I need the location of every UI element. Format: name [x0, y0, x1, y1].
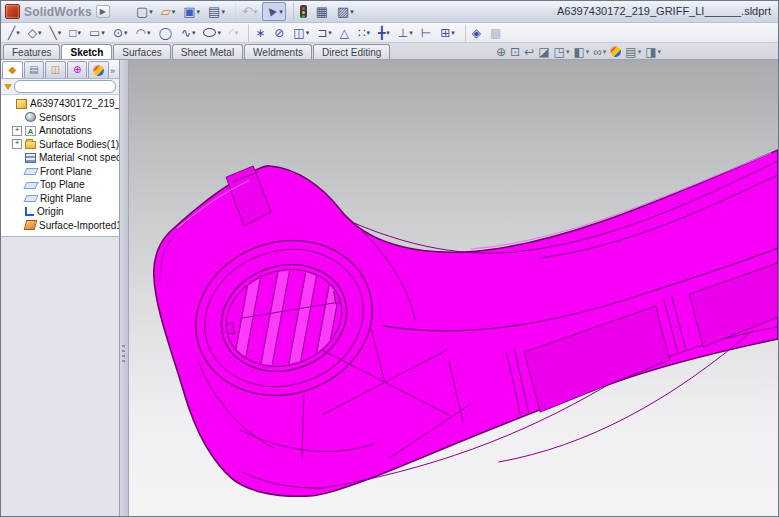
dropdown-caret-icon[interactable]: ▾	[451, 29, 455, 36]
corner-rectangle-button[interactable]: □ ▾	[66, 24, 84, 42]
line-button[interactable]: ╲ ▾	[47, 24, 65, 42]
view-orientation-button[interactable]: ◳ ▾	[553, 44, 571, 59]
dropdown-caret-icon[interactable]: ▾	[217, 29, 221, 36]
tab-sheet-metal[interactable]: Sheet Metal	[172, 44, 243, 59]
offset-entities-button[interactable]: ⊐ ▾	[314, 24, 335, 42]
tree-item-surface-bodies[interactable]: + Surface Bodies(1)	[3, 138, 119, 152]
perimeter-circle-button[interactable]: ◯	[155, 24, 175, 42]
dropdown-caret-icon[interactable]: ▾	[16, 29, 20, 36]
dropdown-caret-icon[interactable]: ▾	[603, 48, 607, 56]
tab-sketch[interactable]: Sketch	[61, 44, 112, 59]
trim-entities-button[interactable]: ⊘	[271, 24, 288, 42]
dropdown-caret-icon[interactable]: ▾	[409, 29, 413, 36]
new-document-button[interactable]: ▢ ▾	[133, 2, 156, 21]
dropdown-caret-icon[interactable]: ▾	[192, 29, 196, 36]
spline-button[interactable]: ∿ ▾	[178, 24, 199, 42]
dropdown-caret-icon[interactable]: ▾	[350, 8, 354, 15]
select-button[interactable]: ▲ ▾	[262, 2, 285, 21]
dropdown-caret-icon[interactable]: ▾	[658, 48, 662, 56]
view-settings-button[interactable]: ◨ ▾	[644, 44, 662, 59]
tab-direct-editing[interactable]: Direct Editing	[313, 44, 390, 59]
tree-item-material[interactable]: Material <not specified>	[3, 151, 119, 165]
tab-surfaces[interactable]: Surfaces	[113, 44, 170, 59]
dropdown-caret-icon[interactable]: ▾	[254, 8, 258, 15]
displaymanager-tab[interactable]	[88, 61, 109, 78]
dropdown-caret-icon[interactable]: ▾	[58, 29, 62, 36]
mirror-entities-button[interactable]: △	[337, 24, 353, 42]
configurationmanager-tab[interactable]: ◫	[45, 61, 66, 78]
propertymanager-tab[interactable]: ▤	[24, 61, 45, 78]
display-style-button[interactable]: ◧ ▾	[572, 44, 590, 59]
menu-expand-button[interactable]: ▶	[96, 5, 110, 18]
point-button[interactable]: ∗	[248, 24, 269, 42]
dropdown-caret-icon[interactable]: ▾	[328, 29, 332, 36]
dropdown-caret-icon[interactable]: ▾	[38, 29, 42, 36]
part-model[interactable]	[154, 150, 778, 496]
tree-item-origin[interactable]: Origin	[3, 205, 119, 219]
straight-slot-button[interactable]: ▭ ▾	[86, 24, 108, 42]
dropdown-caret-icon[interactable]: ▾	[235, 29, 239, 36]
dropdown-caret-icon[interactable]: ▾	[147, 29, 151, 36]
tab-features[interactable]: Features	[3, 44, 60, 59]
convert-entities-button[interactable]: ◫ ▾	[290, 24, 312, 42]
panel-tabs-overflow-button[interactable]: »	[110, 66, 118, 78]
dimxpertmanager-tab[interactable]: ⊕	[67, 61, 88, 78]
dropdown-caret-icon[interactable]: ▾	[221, 8, 225, 15]
zoom-to-area-button[interactable]: ⊡	[509, 44, 521, 59]
dropdown-caret-icon[interactable]: ▾	[172, 8, 176, 15]
tree-item-top-plane[interactable]: Top Plane	[3, 178, 119, 192]
dropdown-caret-icon[interactable]: ▾	[197, 8, 201, 15]
tree-item-root[interactable]: A6397430172_219_GRIFF_	[3, 97, 119, 111]
model-canvas[interactable]	[129, 60, 778, 517]
rebuild-button[interactable]	[293, 2, 311, 21]
tree-item-annotations[interactable]: + Annotations	[3, 124, 119, 138]
dropdown-caret-icon[interactable]: ▾	[78, 29, 82, 36]
tab-weldments[interactable]: Weldments	[244, 44, 312, 59]
shaded-sketch-contours-button[interactable]: ▩	[487, 24, 505, 42]
ellipse-button[interactable]: ▾	[200, 24, 224, 42]
dropdown-caret-icon[interactable]: ▾	[124, 29, 128, 36]
smart-dimension-button[interactable]: ◇ ▾	[25, 24, 45, 42]
dropdown-caret-icon[interactable]: ▾	[586, 48, 590, 56]
dropdown-caret-icon[interactable]: ▾	[367, 29, 371, 36]
sketch-fillet-button[interactable]: ◜ ▾	[226, 24, 241, 42]
linear-sketch-pattern-button[interactable]: ∷ ▾	[355, 24, 373, 42]
save-button[interactable]: ▣ ▾	[180, 2, 203, 21]
previous-view-button[interactable]: ↩	[523, 44, 535, 59]
dropdown-caret-icon[interactable]: ▾	[386, 29, 390, 36]
zoom-to-fit-button[interactable]: ⊕	[495, 44, 507, 59]
dropdown-caret-icon[interactable]: ▾	[149, 8, 153, 15]
tree-expander[interactable]: +	[12, 126, 22, 136]
add-relation-button[interactable]: ⊢	[418, 24, 435, 42]
tree-item-sensors[interactable]: Sensors	[3, 111, 119, 125]
hide-show-items-button[interactable]: ∞ ▾	[592, 44, 607, 59]
circle-button[interactable]: ⊙ ▾	[110, 24, 131, 42]
tree-item-surface-imported1[interactable]: Surface-Imported1	[3, 219, 119, 233]
instant3d-button[interactable]: ◈	[465, 24, 485, 42]
dropdown-caret-icon[interactable]: ▾	[566, 48, 570, 56]
dropdown-caret-icon[interactable]: ▾	[306, 29, 310, 36]
centerpoint-arc-button[interactable]: ◠ ▾	[132, 24, 153, 42]
dropdown-caret-icon[interactable]: ▾	[638, 48, 642, 56]
quick-snaps-button[interactable]: ⊞ ▾	[437, 24, 458, 42]
edit-appearance-button[interactable]	[609, 44, 622, 59]
sketch-button[interactable]: ╱ ▾	[5, 24, 23, 42]
open-button[interactable]: ▱ ▾	[158, 2, 179, 21]
featuremanager-tab[interactable]: ◆	[2, 61, 23, 78]
undo-button[interactable]: ↶ ▾	[235, 2, 260, 21]
display-delete-relations-button[interactable]: ⊥ ▾	[395, 24, 416, 42]
apply-scene-button[interactable]: ▤ ▾	[624, 44, 642, 59]
tree-filter-input[interactable]	[14, 80, 116, 93]
splitter-grip-icon[interactable]	[122, 344, 125, 362]
section-view-button[interactable]: ◪	[537, 44, 550, 59]
move-entities-button[interactable]: ╋ ▾	[375, 24, 393, 42]
tree-expander[interactable]: +	[12, 139, 22, 149]
graphics-area[interactable]	[129, 60, 778, 517]
file-properties-button[interactable]: ▦	[313, 2, 332, 21]
options-button[interactable]: ▨ ▾	[334, 2, 357, 21]
tree-item-front-plane[interactable]: Front Plane	[3, 165, 119, 179]
dropdown-caret-icon[interactable]: ▾	[101, 29, 105, 36]
panel-splitter[interactable]	[120, 60, 129, 517]
print-button[interactable]: ▤ ▾	[205, 2, 228, 21]
tree-item-right-plane[interactable]: Right Plane	[3, 192, 119, 206]
